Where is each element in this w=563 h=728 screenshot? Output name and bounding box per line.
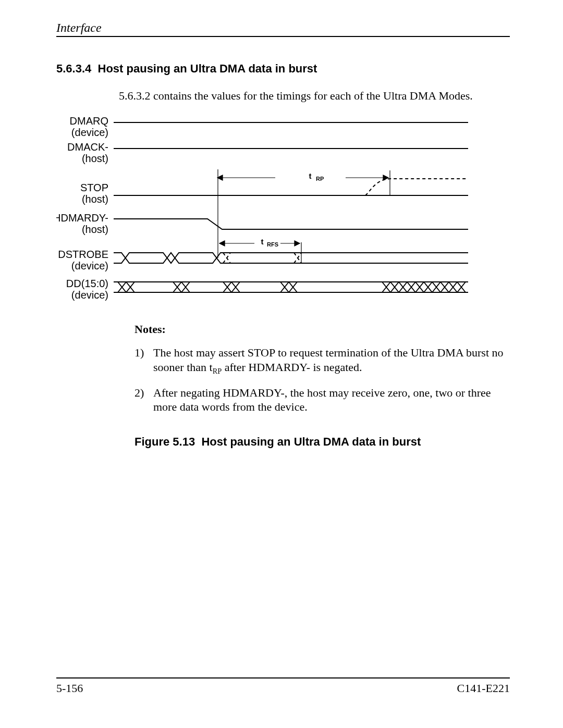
note-number: 1) (134, 346, 153, 376)
signal-owner-hdmardy: (host) (82, 224, 108, 235)
timing-diagram-svg: .lbl { font-family: Arial, Helvetica, sa… (56, 112, 510, 305)
figure-label: Figure 5.13 (134, 435, 195, 448)
note-text: The host may assert STOP to request term… (153, 346, 510, 376)
note-text: After negating HDMARDY-, the host may re… (153, 386, 510, 414)
figure-title: Host pausing an Ultra DMA data in burst (201, 435, 421, 448)
signal-owner-dmack: (host) (82, 153, 108, 164)
signal-label-dstrobe: DSTROBE (58, 249, 108, 260)
signal-label-dmack: DMACK- (67, 141, 108, 153)
section-number: 5.6.3.4 (56, 62, 91, 75)
svg-text:RFS: RFS (267, 241, 278, 248)
page-header: Interface (56, 21, 510, 37)
signal-owner-dd: (device) (71, 289, 108, 301)
signal-owner-stop: (host) (82, 193, 108, 205)
signal-owner-dstrobe: (device) (71, 260, 108, 272)
note-item: 2) After negating HDMARDY-, the host may… (134, 386, 510, 414)
page-number: 5-156 (56, 682, 83, 695)
timing-diagram: .lbl { font-family: Arial, Helvetica, sa… (56, 112, 510, 307)
signal-label-hdmardy: HDMARDY- (56, 212, 108, 224)
page-footer: 5-156 C141-E221 (56, 677, 510, 695)
doc-id: C141-E221 (457, 682, 510, 695)
note-number: 2) (134, 386, 153, 414)
note-item: 1) The host may assert STOP to request t… (134, 346, 510, 376)
signal-label-dd: DD(15:0) (66, 278, 108, 289)
svg-text:t: t (309, 171, 312, 180)
figure-caption: Figure 5.13 Host pausing an Ultra DMA da… (134, 435, 510, 449)
section-title: Host pausing an Ultra DMA data in burst (98, 62, 317, 75)
signal-owner-dmarq: (device) (71, 127, 108, 138)
signal-label-stop: STOP (80, 182, 108, 193)
section-heading: 5.6.3.4 Host pausing an Ultra DMA data i… (56, 62, 510, 76)
section-lead: 5.6.3.2 contains the values for the timi… (119, 89, 510, 103)
notes-heading: Notes: (134, 323, 510, 336)
svg-text:RP: RP (316, 176, 324, 182)
signal-label-dmarq: DMARQ (70, 115, 108, 127)
svg-text:t: t (261, 237, 264, 246)
